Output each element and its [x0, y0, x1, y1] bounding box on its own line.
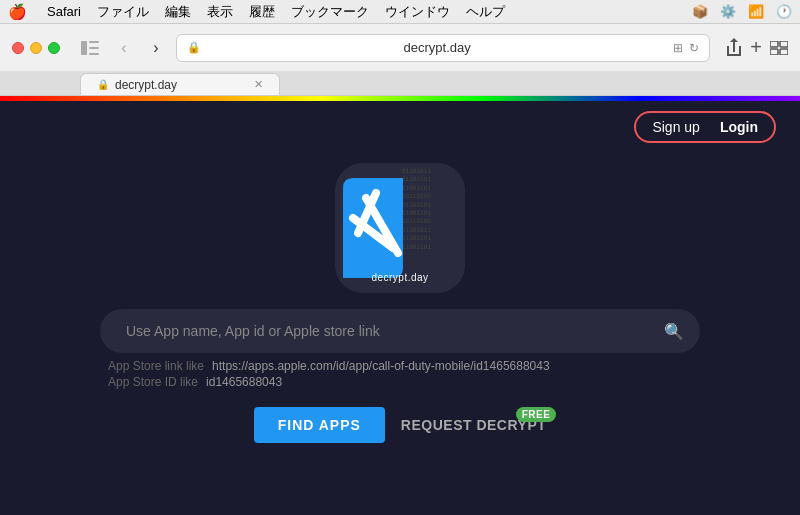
share-button[interactable] — [726, 38, 742, 58]
tab-close-button[interactable]: ✕ — [254, 78, 263, 91]
find-apps-button[interactable]: FIND APPS — [254, 407, 385, 443]
reader-icon: ⊞ — [673, 41, 683, 55]
menu-help[interactable]: ヘルプ — [466, 3, 505, 21]
svg-rect-7 — [780, 49, 788, 55]
lock-icon: 🔒 — [187, 41, 201, 54]
tab-overview-button[interactable] — [770, 41, 788, 55]
back-button[interactable]: ‹ — [112, 36, 136, 60]
hint-link-label: App Store link like — [108, 359, 204, 373]
maximize-button[interactable] — [48, 42, 60, 54]
settings-icon[interactable]: ⚙️ — [720, 4, 736, 19]
wifi-icon[interactable]: 📶 — [748, 4, 764, 19]
menu-history[interactable]: 履歴 — [249, 3, 275, 21]
menu-edit[interactable]: 編集 — [165, 3, 191, 21]
menu-file[interactable]: ファイル — [97, 3, 149, 21]
toolbar-right: + — [726, 36, 788, 59]
hint-link-value: https://apps.apple.com/id/app/call-of-du… — [212, 359, 550, 373]
menu-bar: 🍎 Safari ファイル 編集 表示 履歴 ブックマーク ウインドウ ヘルプ … — [0, 0, 800, 24]
search-area: Use App name, App id or Apple store link… — [100, 309, 700, 443]
svg-rect-6 — [770, 49, 778, 55]
search-bar[interactable]: Use App name, App id or Apple store link… — [100, 309, 700, 353]
app-icon: 01101011 01100101 11001101 10110100 0110… — [335, 163, 465, 293]
hint-id-row: App Store ID like id1465688043 — [108, 375, 692, 389]
login-button[interactable]: Login — [712, 117, 766, 137]
dropbox-icon[interactable]: 📦 — [692, 4, 708, 19]
svg-rect-2 — [89, 47, 99, 49]
signup-button[interactable]: Sign up — [644, 117, 707, 137]
hint-id-value: id1465688043 — [206, 375, 282, 389]
menu-bar-right: 📦 ⚙️ 📶 🕐 — [692, 4, 792, 19]
search-placeholder: Use App name, App id or Apple store link — [126, 323, 654, 339]
menu-window[interactable]: ウインドウ — [385, 3, 450, 21]
svg-rect-1 — [89, 41, 99, 43]
apple-menu[interactable]: 🍎 — [8, 3, 27, 21]
svg-rect-4 — [770, 41, 778, 47]
tab-favicon: 🔒 — [97, 79, 109, 90]
clock-icon[interactable]: 🕐 — [776, 4, 792, 19]
url-right: ⊞ ↻ — [673, 41, 699, 55]
forward-button[interactable]: › — [144, 36, 168, 60]
url-text: decrypt.day — [207, 40, 667, 55]
hint-id-label: App Store ID like — [108, 375, 198, 389]
hero-section: 01101011 01100101 11001101 10110100 0110… — [0, 153, 800, 515]
app-icon-container: 01101011 01100101 11001101 10110100 0110… — [335, 163, 465, 293]
free-badge: Free — [516, 407, 557, 422]
site-nav: Sign up Login — [0, 101, 800, 153]
request-decrypt-button[interactable]: REQUEST DECRYPT Free — [401, 417, 546, 433]
auth-buttons: Sign up Login — [634, 111, 776, 143]
browser-chrome: ‹ › 🔒 decrypt.day ⊞ ↻ + 🔒 decrypt.day — [0, 24, 800, 96]
reload-icon[interactable]: ↻ — [689, 41, 699, 55]
action-buttons: FIND APPS REQUEST DECRYPT Free — [254, 407, 547, 443]
hint-link-row: App Store link like https://apps.apple.c… — [108, 359, 692, 373]
menu-view[interactable]: 表示 — [207, 3, 233, 21]
site-name-overlay: decrypt.day — [371, 272, 428, 283]
tab-bar: 🔒 decrypt.day ✕ — [0, 71, 800, 95]
url-bar[interactable]: 🔒 decrypt.day ⊞ ↻ — [176, 34, 710, 62]
minimize-button[interactable] — [30, 42, 42, 54]
browser-toolbar: ‹ › 🔒 decrypt.day ⊞ ↻ + — [0, 24, 800, 71]
active-tab[interactable]: 🔒 decrypt.day ✕ — [80, 73, 280, 95]
new-tab-button[interactable]: + — [750, 36, 762, 59]
sidebar-toggle-button[interactable] — [76, 38, 104, 58]
menu-safari[interactable]: Safari — [47, 4, 81, 19]
menu-bookmarks[interactable]: ブックマーク — [291, 3, 369, 21]
close-button[interactable] — [12, 42, 24, 54]
site-content: Sign up Login 01101011 01100101 11001101… — [0, 96, 800, 515]
search-hints: App Store link like https://apps.apple.c… — [100, 359, 700, 389]
svg-rect-3 — [89, 53, 99, 55]
tab-title: decrypt.day — [115, 78, 248, 92]
search-magnify-icon: 🔍 — [664, 322, 684, 341]
svg-rect-0 — [81, 41, 87, 55]
svg-rect-5 — [780, 41, 788, 47]
traffic-lights — [12, 42, 60, 54]
